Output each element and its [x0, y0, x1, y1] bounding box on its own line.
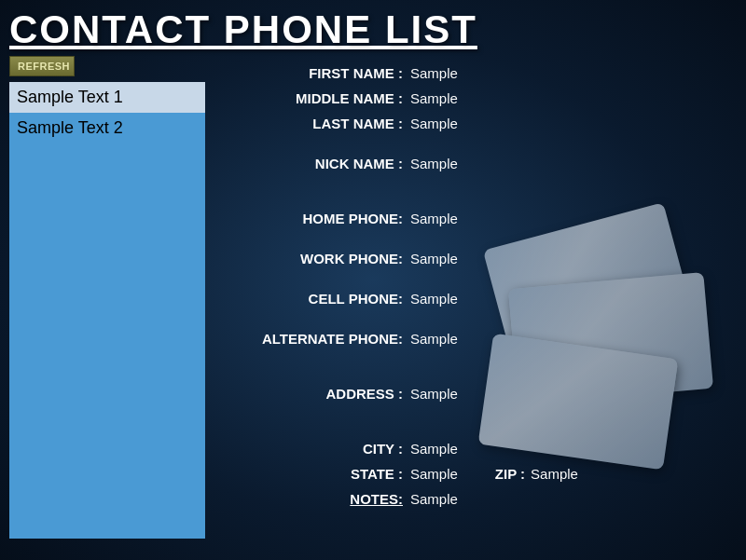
last-name-value: Sample: [410, 116, 458, 131]
main-layout: REFRESH Sample Text 1 Sample Text 2 FIRS…: [0, 56, 746, 559]
spacer-9: [242, 411, 737, 426]
alternate-phone-value: Sample: [410, 331, 458, 347]
zip-value: Sample: [531, 466, 578, 482]
spacer-5: [242, 276, 737, 291]
left-panel: REFRESH Sample Text 1 Sample Text 2: [9, 56, 224, 559]
spacer-1: [242, 141, 737, 156]
zip-group: ZIP : Sample: [495, 466, 578, 482]
spacer-10: [242, 426, 737, 441]
first-name-label: FIRST NAME :: [242, 65, 410, 81]
city-row: CITY : Sample: [242, 441, 737, 457]
spacer-7: [242, 356, 737, 371]
middle-name-label: MIDDLE NAME :: [242, 90, 410, 106]
home-phone-value: Sample: [410, 211, 458, 226]
state-label: STATE :: [242, 466, 410, 482]
notes-value: Sample: [410, 491, 458, 507]
spacer-3: [242, 196, 737, 211]
home-phone-label: HOME PHONE:: [242, 211, 410, 226]
cell-phone-row: CELL PHONE: Sample: [242, 291, 737, 307]
middle-name-value: Sample: [410, 90, 458, 106]
contact-list: Sample Text 1 Sample Text 2: [9, 82, 205, 539]
zip-label: ZIP :: [495, 466, 531, 482]
spacer-6: [242, 316, 737, 331]
nick-name-row: NICK NAME : Sample: [242, 156, 737, 171]
nick-name-label: NICK NAME :: [242, 156, 410, 171]
cell-phone-label: CELL PHONE:: [242, 291, 410, 307]
address-value: Sample: [410, 386, 458, 402]
address-row: ADDRESS : Sample: [242, 386, 737, 402]
list-item[interactable]: Sample Text 2: [9, 113, 205, 143]
last-name-row: LAST NAME : Sample: [242, 116, 737, 131]
cell-phone-value: Sample: [410, 291, 458, 307]
work-phone-row: WORK PHONE: Sample: [242, 251, 737, 266]
spacer-2: [242, 181, 737, 196]
home-phone-row: HOME PHONE: Sample: [242, 211, 737, 226]
notes-label: NOTES:: [242, 491, 410, 507]
alternate-phone-row: ALTERNATE PHONE: Sample: [242, 331, 737, 347]
refresh-button[interactable]: REFRESH: [9, 56, 75, 76]
middle-name-row: MIDDLE NAME : Sample: [242, 90, 737, 106]
last-name-label: LAST NAME :: [242, 116, 410, 131]
list-item[interactable]: Sample Text 1: [9, 82, 205, 113]
notes-row: NOTES: Sample: [242, 491, 737, 507]
city-label: CITY :: [242, 441, 410, 457]
work-phone-label: WORK PHONE:: [242, 251, 410, 266]
city-value: Sample: [410, 441, 458, 457]
address-label: ADDRESS :: [242, 386, 410, 402]
alternate-phone-label: ALTERNATE PHONE:: [242, 331, 410, 347]
spacer-4: [242, 236, 737, 251]
page-header: CONTACT PHONE LIST: [0, 0, 746, 56]
spacer-8: [242, 371, 737, 386]
first-name-value: Sample: [410, 65, 458, 81]
nick-name-value: Sample: [410, 156, 458, 171]
page-title: CONTACT PHONE LIST: [9, 7, 737, 52]
first-name-row: FIRST NAME : Sample: [242, 65, 737, 81]
state-zip-row: STATE : Sample ZIP : Sample: [242, 466, 737, 482]
work-phone-value: Sample: [410, 251, 458, 266]
right-panel: FIRST NAME : Sample MIDDLE NAME : Sample…: [224, 56, 737, 559]
state-value: Sample: [410, 466, 458, 482]
